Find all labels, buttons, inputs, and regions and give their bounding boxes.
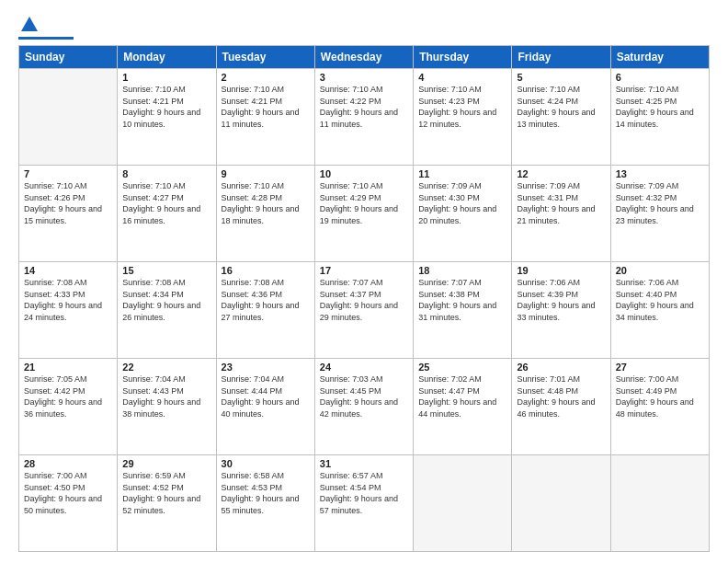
calendar-cell: 5Sunrise: 7:10 AMSunset: 4:24 PMDaylight… (512, 69, 610, 166)
day-info: Sunrise: 7:06 AMSunset: 4:39 PMDaylight:… (517, 277, 605, 323)
day-number: 21 (24, 362, 112, 373)
day-number: 25 (418, 362, 506, 373)
day-info: Sunrise: 7:09 AMSunset: 4:30 PMDaylight:… (418, 180, 506, 226)
calendar-cell (19, 69, 118, 166)
day-number: 12 (517, 168, 605, 179)
week-row-4: 21Sunrise: 7:05 AMSunset: 4:42 PMDayligh… (19, 359, 710, 455)
day-number: 9 (222, 168, 310, 179)
day-number: 23 (222, 362, 310, 373)
day-number: 17 (320, 265, 408, 276)
weekday-header-tuesday: Tuesday (216, 46, 314, 69)
calendar-cell: 15Sunrise: 7:08 AMSunset: 4:34 PMDayligh… (118, 262, 216, 359)
calendar-cell: 23Sunrise: 7:04 AMSunset: 4:44 PMDayligh… (216, 359, 314, 455)
calendar-cell: 27Sunrise: 7:00 AMSunset: 4:49 PMDayligh… (610, 359, 709, 455)
day-number: 8 (122, 168, 210, 179)
day-number: 14 (24, 265, 112, 276)
calendar-cell: 19Sunrise: 7:06 AMSunset: 4:39 PMDayligh… (512, 262, 610, 359)
calendar-cell: 24Sunrise: 7:03 AMSunset: 4:45 PMDayligh… (314, 359, 413, 455)
calendar-cell: 3Sunrise: 7:10 AMSunset: 4:22 PMDaylight… (314, 69, 413, 166)
day-info: Sunrise: 7:00 AMSunset: 4:49 PMDaylight:… (616, 373, 704, 419)
calendar-cell (512, 455, 610, 552)
day-info: Sunrise: 6:58 AMSunset: 4:53 PMDaylight:… (222, 470, 310, 516)
day-number: 16 (222, 265, 310, 276)
day-info: Sunrise: 7:08 AMSunset: 4:34 PMDaylight:… (122, 277, 210, 323)
calendar-cell: 22Sunrise: 7:04 AMSunset: 4:43 PMDayligh… (118, 359, 216, 455)
calendar-cell (610, 455, 709, 552)
day-info: Sunrise: 7:10 AMSunset: 4:26 PMDaylight:… (24, 180, 112, 226)
svg-marker-0 (21, 17, 38, 31)
logo-underline (18, 37, 74, 40)
calendar-table: SundayMondayTuesdayWednesdayThursdayFrid… (18, 45, 710, 552)
weekday-header-wednesday: Wednesday (314, 46, 413, 69)
calendar-cell: 21Sunrise: 7:05 AMSunset: 4:42 PMDayligh… (19, 359, 118, 455)
day-number: 19 (517, 265, 605, 276)
calendar-cell: 2Sunrise: 7:10 AMSunset: 4:21 PMDaylight… (216, 69, 314, 166)
logo-triangle-icon (19, 15, 40, 35)
calendar-cell: 4Sunrise: 7:10 AMSunset: 4:23 PMDaylight… (414, 69, 512, 166)
page: SundayMondayTuesdayWednesdayThursdayFrid… (0, 0, 728, 563)
day-info: Sunrise: 6:57 AMSunset: 4:54 PMDaylight:… (320, 470, 408, 516)
calendar-cell: 14Sunrise: 7:08 AMSunset: 4:33 PMDayligh… (19, 262, 118, 359)
day-number: 7 (24, 168, 112, 179)
day-info: Sunrise: 6:59 AMSunset: 4:52 PMDaylight:… (122, 470, 210, 516)
calendar-cell: 28Sunrise: 7:00 AMSunset: 4:50 PMDayligh… (19, 455, 118, 552)
calendar-cell: 18Sunrise: 7:07 AMSunset: 4:38 PMDayligh… (414, 262, 512, 359)
day-info: Sunrise: 7:07 AMSunset: 4:37 PMDaylight:… (320, 277, 408, 323)
day-number: 1 (122, 72, 210, 83)
calendar-cell: 16Sunrise: 7:08 AMSunset: 4:36 PMDayligh… (216, 262, 314, 359)
day-info: Sunrise: 7:10 AMSunset: 4:27 PMDaylight:… (122, 180, 210, 226)
day-number: 6 (616, 72, 704, 83)
day-number: 11 (418, 168, 506, 179)
weekday-header-sunday: Sunday (19, 46, 118, 69)
day-info: Sunrise: 7:10 AMSunset: 4:21 PMDaylight:… (222, 84, 310, 130)
day-info: Sunrise: 7:10 AMSunset: 4:24 PMDaylight:… (517, 84, 605, 130)
day-number: 3 (320, 72, 408, 83)
weekday-header-row: SundayMondayTuesdayWednesdayThursdayFrid… (19, 46, 710, 69)
day-info: Sunrise: 7:10 AMSunset: 4:21 PMDaylight:… (122, 84, 210, 130)
calendar-cell (414, 455, 512, 552)
day-info: Sunrise: 7:06 AMSunset: 4:40 PMDaylight:… (616, 277, 704, 323)
day-info: Sunrise: 7:10 AMSunset: 4:25 PMDaylight:… (616, 84, 704, 130)
day-number: 5 (517, 72, 605, 83)
calendar-cell: 11Sunrise: 7:09 AMSunset: 4:30 PMDayligh… (414, 166, 512, 262)
day-info: Sunrise: 7:03 AMSunset: 4:45 PMDaylight:… (320, 373, 408, 419)
calendar-cell: 12Sunrise: 7:09 AMSunset: 4:31 PMDayligh… (512, 166, 610, 262)
day-info: Sunrise: 7:00 AMSunset: 4:50 PMDaylight:… (24, 470, 112, 516)
calendar-cell: 1Sunrise: 7:10 AMSunset: 4:21 PMDaylight… (118, 69, 216, 166)
day-info: Sunrise: 7:04 AMSunset: 4:43 PMDaylight:… (122, 373, 210, 419)
day-number: 20 (616, 265, 704, 276)
day-info: Sunrise: 7:10 AMSunset: 4:22 PMDaylight:… (320, 84, 408, 130)
weekday-header-thursday: Thursday (414, 46, 512, 69)
day-number: 28 (24, 458, 112, 469)
header (18, 15, 710, 40)
day-number: 24 (320, 362, 408, 373)
calendar-cell: 6Sunrise: 7:10 AMSunset: 4:25 PMDaylight… (610, 69, 709, 166)
day-info: Sunrise: 7:01 AMSunset: 4:48 PMDaylight:… (517, 373, 605, 419)
calendar-cell: 30Sunrise: 6:58 AMSunset: 4:53 PMDayligh… (216, 455, 314, 552)
day-number: 26 (517, 362, 605, 373)
day-number: 22 (122, 362, 210, 373)
calendar-cell: 20Sunrise: 7:06 AMSunset: 4:40 PMDayligh… (610, 262, 709, 359)
day-number: 27 (616, 362, 704, 373)
day-info: Sunrise: 7:10 AMSunset: 4:29 PMDaylight:… (320, 180, 408, 226)
day-number: 29 (122, 458, 210, 469)
day-number: 4 (418, 72, 506, 83)
week-row-3: 14Sunrise: 7:08 AMSunset: 4:33 PMDayligh… (19, 262, 710, 359)
day-info: Sunrise: 7:07 AMSunset: 4:38 PMDaylight:… (418, 277, 506, 323)
day-number: 2 (222, 72, 310, 83)
day-info: Sunrise: 7:09 AMSunset: 4:31 PMDaylight:… (517, 180, 605, 226)
day-number: 18 (418, 265, 506, 276)
logo (18, 15, 74, 40)
day-info: Sunrise: 7:10 AMSunset: 4:23 PMDaylight:… (418, 84, 506, 130)
calendar-cell: 13Sunrise: 7:09 AMSunset: 4:32 PMDayligh… (610, 166, 709, 262)
weekday-header-friday: Friday (512, 46, 610, 69)
calendar-cell: 26Sunrise: 7:01 AMSunset: 4:48 PMDayligh… (512, 359, 610, 455)
day-number: 30 (222, 458, 310, 469)
calendar-cell: 9Sunrise: 7:10 AMSunset: 4:28 PMDaylight… (216, 166, 314, 262)
week-row-1: 1Sunrise: 7:10 AMSunset: 4:21 PMDaylight… (19, 69, 710, 166)
calendar-cell: 7Sunrise: 7:10 AMSunset: 4:26 PMDaylight… (19, 166, 118, 262)
weekday-header-monday: Monday (118, 46, 216, 69)
day-info: Sunrise: 7:08 AMSunset: 4:36 PMDaylight:… (222, 277, 310, 323)
day-info: Sunrise: 7:05 AMSunset: 4:42 PMDaylight:… (24, 373, 112, 419)
day-info: Sunrise: 7:04 AMSunset: 4:44 PMDaylight:… (222, 373, 310, 419)
